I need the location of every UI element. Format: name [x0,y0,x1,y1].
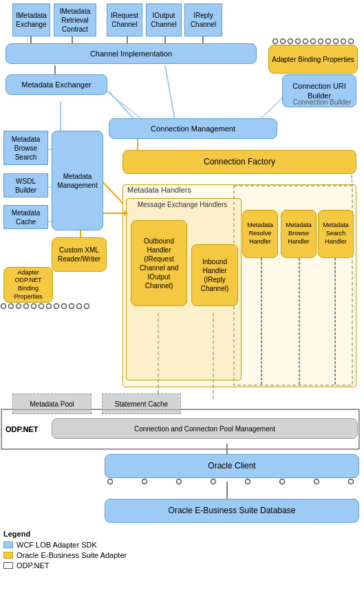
svg-point-52 [349,479,354,484]
oracle-ebs-db-box: Oracle E-Business Suite Database [105,499,359,523]
custom-xml-box: Custom XML Reader/Writer [52,237,107,272]
svg-point-35 [39,304,44,309]
svg-point-32 [17,304,21,309]
svg-point-41 [85,304,89,309]
diagram-container: defs ODP.NET IMetadata Exchange IMetadat… [0,0,364,593]
svg-point-47 [177,479,182,484]
metadata-handlers-label: Metadata Handlers [127,186,191,194]
oracle-client-box: Oracle Client [105,454,359,478]
connection-factory-box: Connection Factory [122,150,356,174]
adapter-binding-props-box: Adapter Binding Properties [268,45,358,74]
metadata-exchanger-box: Metadata Exchanger [6,74,107,95]
connection-management-box: Connection Management [109,118,277,139]
metadata-management-box: Metadata Management [52,131,103,230]
metadata-browse-search-box: Metadata Browse Search [3,131,48,165]
svg-point-9 [296,39,301,44]
metadata-browse-handler-box: Metadata Browse Handler [281,210,317,258]
odp-net-label: ODP.NET [6,425,38,433]
svg-point-34 [32,304,36,309]
metadata-resolve-handler-box: Metadata Resolve Handler [242,210,278,258]
svg-point-36 [47,304,52,309]
message-exchange-label: Message Exchange Handlers [131,201,234,208]
svg-point-45 [108,479,113,484]
svg-point-37 [54,304,59,309]
svg-point-6 [273,39,278,44]
svg-point-8 [288,39,293,44]
legend-title: Legend [3,530,127,538]
metadata-cache-box: Metadata Cache [3,205,48,229]
legend-item-wcf: WCF LOB Adapter SDK [3,541,127,549]
connection-builder-label: Connection Builder [288,98,356,106]
legend: Legend WCF LOB Adapter SDK Oracle E-Busi… [3,530,127,572]
svg-point-40 [77,304,82,309]
metadata-exchange-box: IMetadata Exchange [12,3,50,36]
channel-implementation-box: Channel Implementation [6,43,257,64]
svg-point-33 [24,304,29,309]
legend-color-wcf [3,541,13,548]
svg-point-13 [326,39,331,44]
legend-color-oracle [3,552,13,559]
connection-pool-box: Connection and Connecton Pool Management [52,418,358,439]
inbound-handler-box: Inbound Handler (IReply Channel) [191,244,238,306]
svg-point-7 [281,39,286,44]
svg-point-48 [211,479,216,484]
metadata-search-handler-box: Metadata Search Handler [318,210,354,258]
svg-point-12 [319,39,323,44]
legend-color-odp [3,562,13,569]
legend-item-odp: ODP.NET [3,561,127,570]
legend-item-oracle: Oracle E-Business Suite Adapter [3,551,127,559]
svg-point-14 [334,39,339,44]
svg-point-30 [1,304,6,309]
irequest-channel-box: IRequest Channel [107,3,142,36]
svg-point-50 [280,479,285,484]
svg-line-60 [165,65,175,124]
metadata-retrieval-box: IMetadata Retrieval Contract [54,3,96,36]
ioutput-channel-box: IOutput Channel [146,3,182,36]
ireply-channel-box: IReply Channel [184,3,222,36]
svg-point-51 [314,479,319,484]
svg-point-39 [69,304,74,309]
outbound-handler-box: Outbound Handler (IRequest Channel and I… [131,220,187,306]
svg-point-10 [303,39,308,44]
adapter-odp-box: Adapter ODP.NET Binding Properties [3,267,53,303]
svg-point-11 [311,39,316,44]
wsdl-builder-box: WSDL Builder [3,173,48,197]
svg-point-49 [246,479,250,484]
svg-point-31 [9,304,14,309]
svg-point-15 [341,39,346,44]
svg-point-46 [142,479,147,484]
svg-point-38 [62,304,67,309]
svg-point-16 [349,39,354,44]
